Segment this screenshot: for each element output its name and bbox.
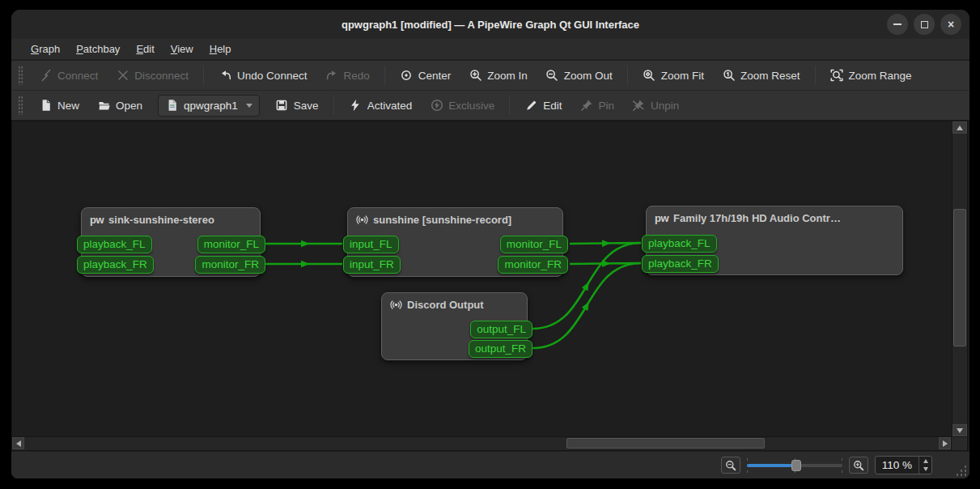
spin-down-button[interactable]: [919, 466, 931, 474]
maximize-button[interactable]: [914, 14, 935, 35]
vertical-scrollbar[interactable]: [952, 121, 968, 437]
arrow-right-icon: [943, 440, 948, 447]
toolbar-separator: [384, 66, 385, 85]
zoom-fit-button[interactable]: Zoom Fit: [635, 66, 711, 86]
menu-item-graph[interactable]: Graph: [23, 40, 68, 57]
port-input-fl[interactable]: input_FL: [343, 236, 399, 253]
scroll-up-button[interactable]: [952, 121, 967, 134]
toolbar-drag-handle[interactable]: [18, 66, 23, 85]
zoom-in-icon: [469, 69, 482, 83]
patchbay-profile-select[interactable]: qpwgraph1: [158, 95, 260, 117]
connect-button[interactable]: Connect: [32, 66, 105, 86]
arrow-left-icon: [16, 440, 21, 447]
unpin-button[interactable]: Unpin: [625, 96, 686, 116]
menu-item-edit[interactable]: Edit: [128, 40, 162, 57]
arrow-down-icon: [957, 428, 963, 433]
pin-button[interactable]: Pin: [572, 96, 622, 116]
zoom-slider-handle[interactable]: [791, 460, 801, 471]
spin-up-button[interactable]: [919, 457, 931, 466]
undo-icon: [218, 69, 232, 83]
toolbar-patchbay: New Open qpwgraph1 Save Activated Exclus…: [11, 91, 969, 121]
port-playback-fr[interactable]: playback_FR: [642, 255, 719, 273]
close-button[interactable]: ×: [940, 14, 961, 35]
undo-connect-button[interactable]: Undo Connect: [211, 66, 314, 86]
toolbar-drag-handle[interactable]: [18, 96, 23, 115]
edit-icon: [524, 99, 538, 113]
new-button[interactable]: New: [32, 96, 87, 116]
port-playback-fr[interactable]: playback_FR: [77, 256, 154, 274]
zoom-slider[interactable]: [747, 458, 842, 473]
port-input-fr[interactable]: input_FR: [343, 256, 401, 274]
toolbar-separator: [815, 66, 816, 85]
port-playback-fl[interactable]: playback_FL: [77, 236, 152, 253]
zoom-out-icon: [545, 69, 559, 83]
zoom-range-button[interactable]: Zoom Range: [823, 66, 919, 86]
toolbar-separator: [203, 66, 204, 85]
toolbar-separator: [509, 96, 510, 115]
port-output-fl[interactable]: output_FL: [470, 321, 532, 338]
zoom-value: 110 %: [876, 459, 918, 471]
toolbar-separator: [627, 66, 628, 85]
maximize-icon: [921, 21, 928, 28]
zoom-slider-fill: [747, 464, 796, 467]
exclusive-button[interactable]: Exclusive: [422, 96, 502, 116]
patchbay-profile-value: qpwgraph1: [184, 100, 238, 112]
menu-item-patchbay[interactable]: Patchbay: [68, 40, 128, 57]
horizontal-scroll-track[interactable]: [24, 437, 939, 450]
zoom-spinbox[interactable]: 110 %: [875, 456, 932, 474]
save-button[interactable]: Save: [268, 96, 326, 116]
toolbar-main: Connect Disconnect Undo Connect Redo Cen…: [11, 60, 969, 91]
pin-icon: [579, 99, 593, 113]
resize-grip[interactable]: [955, 466, 966, 476]
graph-canvas[interactable]: pw sink-sunshine-stereo playback_FL play…: [11, 121, 952, 437]
horizontal-scroll-thumb[interactable]: [566, 438, 765, 449]
horizontal-scrollbar[interactable]: [11, 437, 952, 451]
desktop-background: qpwgraph1 [modified] — A PipeWire Graph …: [0, 0, 980, 489]
open-folder-icon: [97, 99, 111, 113]
zoom-out-button[interactable]: Zoom Out: [538, 66, 620, 86]
port-monitor-fl[interactable]: monitor_FL: [197, 236, 265, 253]
arrow-up-icon: [923, 459, 928, 463]
statusbar-zoom-in-button[interactable]: [849, 457, 868, 474]
menu-item-view[interactable]: View: [163, 40, 202, 57]
minimize-button[interactable]: [887, 14, 908, 35]
minimize-icon: [893, 23, 902, 25]
statusbar-zoom-out-button[interactable]: [721, 457, 740, 474]
port-monitor-fr[interactable]: monitor_FR: [498, 256, 568, 274]
port-playback-fl[interactable]: playback_FL: [642, 235, 717, 253]
save-icon: [275, 99, 289, 113]
zoom-out-icon: [725, 460, 736, 471]
scrollbar-corner: [952, 437, 968, 451]
activated-button[interactable]: Activated: [342, 96, 420, 116]
edit-button[interactable]: Edit: [517, 96, 569, 116]
menu-bar: Graph Patchbay Edit View Help: [11, 39, 969, 60]
connect-icon: [39, 69, 53, 83]
toolbar-separator: [333, 96, 334, 115]
activated-icon: [349, 99, 363, 113]
disconnect-icon: [116, 69, 129, 83]
scroll-right-button[interactable]: [939, 437, 951, 449]
zoom-in-button[interactable]: Zoom In: [461, 66, 535, 86]
connection-lines: [12, 121, 952, 437]
window-title: qpwgraph1 [modified] — A PipeWire Graph …: [342, 19, 639, 31]
vertical-scroll-thumb[interactable]: [953, 209, 966, 347]
patchbay-file-icon: [165, 99, 179, 113]
center-button[interactable]: Center: [392, 66, 459, 86]
app-window: qpwgraph1 [modified] — A PipeWire Graph …: [11, 10, 969, 478]
disconnect-button[interactable]: Disconnect: [108, 66, 196, 86]
open-button[interactable]: Open: [90, 96, 150, 116]
scroll-left-button[interactable]: [12, 437, 24, 449]
spinbox-arrows: [918, 457, 931, 474]
zoom-reset-button[interactable]: Zoom Reset: [715, 66, 808, 86]
center-icon: [400, 69, 414, 83]
port-monitor-fr[interactable]: monitor_FR: [195, 256, 265, 274]
port-monitor-fl[interactable]: monitor_FL: [500, 236, 568, 253]
scroll-down-button[interactable]: [952, 424, 967, 436]
port-output-fr[interactable]: output_FR: [469, 340, 532, 358]
arrow-up-icon: [957, 125, 963, 130]
menu-item-help[interactable]: Help: [202, 40, 240, 57]
title-bar[interactable]: qpwgraph1 [modified] — A PipeWire Graph …: [11, 10, 969, 39]
redo-button[interactable]: Redo: [317, 66, 376, 86]
new-file-icon: [39, 99, 53, 113]
vertical-scroll-track[interactable]: [952, 134, 967, 424]
